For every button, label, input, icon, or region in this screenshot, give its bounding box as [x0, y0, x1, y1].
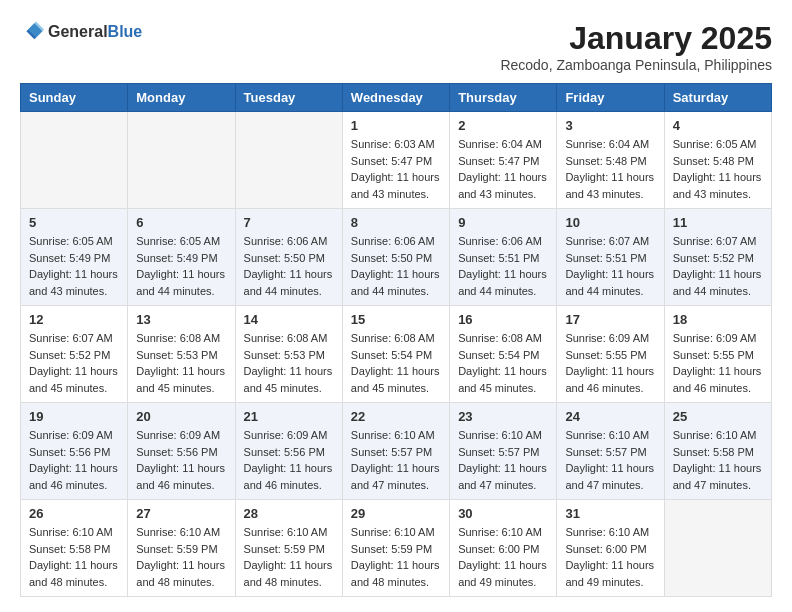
day-number: 21 — [244, 409, 334, 424]
calendar-header-saturday: Saturday — [664, 84, 771, 112]
calendar-cell: 14Sunrise: 6:08 AMSunset: 5:53 PMDayligh… — [235, 306, 342, 403]
calendar-cell: 6Sunrise: 6:05 AMSunset: 5:49 PMDaylight… — [128, 209, 235, 306]
day-number: 20 — [136, 409, 226, 424]
day-info: Sunrise: 6:04 AMSunset: 5:47 PMDaylight:… — [458, 136, 548, 202]
logo-icon — [20, 20, 44, 44]
day-info: Sunrise: 6:05 AMSunset: 5:49 PMDaylight:… — [136, 233, 226, 299]
day-number: 16 — [458, 312, 548, 327]
calendar-cell: 27Sunrise: 6:10 AMSunset: 5:59 PMDayligh… — [128, 500, 235, 597]
day-info: Sunrise: 6:08 AMSunset: 5:54 PMDaylight:… — [351, 330, 441, 396]
day-number: 29 — [351, 506, 441, 521]
day-number: 4 — [673, 118, 763, 133]
calendar-cell: 7Sunrise: 6:06 AMSunset: 5:50 PMDaylight… — [235, 209, 342, 306]
day-info: Sunrise: 6:07 AMSunset: 5:51 PMDaylight:… — [565, 233, 655, 299]
day-info: Sunrise: 6:10 AMSunset: 5:58 PMDaylight:… — [29, 524, 119, 590]
day-number: 30 — [458, 506, 548, 521]
logo-blue: Blue — [108, 23, 143, 40]
day-number: 25 — [673, 409, 763, 424]
title-area: January 2025 Recodo, Zamboanga Peninsula… — [500, 20, 772, 73]
day-info: Sunrise: 6:08 AMSunset: 5:54 PMDaylight:… — [458, 330, 548, 396]
day-number: 26 — [29, 506, 119, 521]
day-info: Sunrise: 6:10 AMSunset: 5:59 PMDaylight:… — [136, 524, 226, 590]
calendar-cell: 31Sunrise: 6:10 AMSunset: 6:00 PMDayligh… — [557, 500, 664, 597]
day-info: Sunrise: 6:09 AMSunset: 5:55 PMDaylight:… — [673, 330, 763, 396]
calendar-week-row: 1Sunrise: 6:03 AMSunset: 5:47 PMDaylight… — [21, 112, 772, 209]
day-info: Sunrise: 6:06 AMSunset: 5:50 PMDaylight:… — [244, 233, 334, 299]
calendar-cell: 4Sunrise: 6:05 AMSunset: 5:48 PMDaylight… — [664, 112, 771, 209]
calendar-cell: 17Sunrise: 6:09 AMSunset: 5:55 PMDayligh… — [557, 306, 664, 403]
calendar-cell: 15Sunrise: 6:08 AMSunset: 5:54 PMDayligh… — [342, 306, 449, 403]
day-number: 7 — [244, 215, 334, 230]
day-info: Sunrise: 6:08 AMSunset: 5:53 PMDaylight:… — [136, 330, 226, 396]
calendar-cell — [235, 112, 342, 209]
day-number: 17 — [565, 312, 655, 327]
day-number: 19 — [29, 409, 119, 424]
day-info: Sunrise: 6:05 AMSunset: 5:48 PMDaylight:… — [673, 136, 763, 202]
day-number: 12 — [29, 312, 119, 327]
calendar-cell: 12Sunrise: 6:07 AMSunset: 5:52 PMDayligh… — [21, 306, 128, 403]
calendar-cell: 22Sunrise: 6:10 AMSunset: 5:57 PMDayligh… — [342, 403, 449, 500]
calendar-cell: 10Sunrise: 6:07 AMSunset: 5:51 PMDayligh… — [557, 209, 664, 306]
calendar-week-row: 26Sunrise: 6:10 AMSunset: 5:58 PMDayligh… — [21, 500, 772, 597]
logo: GeneralBlue — [20, 20, 142, 44]
calendar-cell: 9Sunrise: 6:06 AMSunset: 5:51 PMDaylight… — [450, 209, 557, 306]
calendar-cell: 16Sunrise: 6:08 AMSunset: 5:54 PMDayligh… — [450, 306, 557, 403]
day-info: Sunrise: 6:10 AMSunset: 5:59 PMDaylight:… — [351, 524, 441, 590]
day-number: 5 — [29, 215, 119, 230]
day-number: 11 — [673, 215, 763, 230]
calendar-cell: 2Sunrise: 6:04 AMSunset: 5:47 PMDaylight… — [450, 112, 557, 209]
calendar-week-row: 12Sunrise: 6:07 AMSunset: 5:52 PMDayligh… — [21, 306, 772, 403]
day-number: 1 — [351, 118, 441, 133]
day-number: 2 — [458, 118, 548, 133]
calendar-cell: 20Sunrise: 6:09 AMSunset: 5:56 PMDayligh… — [128, 403, 235, 500]
day-number: 15 — [351, 312, 441, 327]
calendar-cell: 21Sunrise: 6:09 AMSunset: 5:56 PMDayligh… — [235, 403, 342, 500]
day-number: 9 — [458, 215, 548, 230]
calendar-cell: 13Sunrise: 6:08 AMSunset: 5:53 PMDayligh… — [128, 306, 235, 403]
calendar-cell — [21, 112, 128, 209]
calendar-table: SundayMondayTuesdayWednesdayThursdayFrid… — [20, 83, 772, 597]
calendar-cell: 29Sunrise: 6:10 AMSunset: 5:59 PMDayligh… — [342, 500, 449, 597]
calendar-cell: 1Sunrise: 6:03 AMSunset: 5:47 PMDaylight… — [342, 112, 449, 209]
calendar-header-tuesday: Tuesday — [235, 84, 342, 112]
calendar-cell: 8Sunrise: 6:06 AMSunset: 5:50 PMDaylight… — [342, 209, 449, 306]
day-number: 10 — [565, 215, 655, 230]
day-number: 18 — [673, 312, 763, 327]
page-subtitle: Recodo, Zamboanga Peninsula, Philippines — [500, 57, 772, 73]
calendar-cell — [664, 500, 771, 597]
day-info: Sunrise: 6:10 AMSunset: 5:57 PMDaylight:… — [458, 427, 548, 493]
calendar-cell: 23Sunrise: 6:10 AMSunset: 5:57 PMDayligh… — [450, 403, 557, 500]
day-number: 28 — [244, 506, 334, 521]
day-info: Sunrise: 6:09 AMSunset: 5:56 PMDaylight:… — [136, 427, 226, 493]
calendar-cell: 26Sunrise: 6:10 AMSunset: 5:58 PMDayligh… — [21, 500, 128, 597]
calendar-cell: 3Sunrise: 6:04 AMSunset: 5:48 PMDaylight… — [557, 112, 664, 209]
day-number: 13 — [136, 312, 226, 327]
day-info: Sunrise: 6:09 AMSunset: 5:56 PMDaylight:… — [244, 427, 334, 493]
day-number: 27 — [136, 506, 226, 521]
calendar-body: 1Sunrise: 6:03 AMSunset: 5:47 PMDaylight… — [21, 112, 772, 597]
day-info: Sunrise: 6:04 AMSunset: 5:48 PMDaylight:… — [565, 136, 655, 202]
day-info: Sunrise: 6:10 AMSunset: 5:58 PMDaylight:… — [673, 427, 763, 493]
day-info: Sunrise: 6:06 AMSunset: 5:51 PMDaylight:… — [458, 233, 548, 299]
day-info: Sunrise: 6:06 AMSunset: 5:50 PMDaylight:… — [351, 233, 441, 299]
day-info: Sunrise: 6:03 AMSunset: 5:47 PMDaylight:… — [351, 136, 441, 202]
day-info: Sunrise: 6:07 AMSunset: 5:52 PMDaylight:… — [673, 233, 763, 299]
calendar-header-row: SundayMondayTuesdayWednesdayThursdayFrid… — [21, 84, 772, 112]
day-number: 22 — [351, 409, 441, 424]
day-number: 14 — [244, 312, 334, 327]
calendar-cell: 30Sunrise: 6:10 AMSunset: 6:00 PMDayligh… — [450, 500, 557, 597]
day-info: Sunrise: 6:10 AMSunset: 5:59 PMDaylight:… — [244, 524, 334, 590]
day-info: Sunrise: 6:05 AMSunset: 5:49 PMDaylight:… — [29, 233, 119, 299]
calendar-cell: 11Sunrise: 6:07 AMSunset: 5:52 PMDayligh… — [664, 209, 771, 306]
calendar-week-row: 5Sunrise: 6:05 AMSunset: 5:49 PMDaylight… — [21, 209, 772, 306]
calendar-cell: 19Sunrise: 6:09 AMSunset: 5:56 PMDayligh… — [21, 403, 128, 500]
day-info: Sunrise: 6:09 AMSunset: 5:55 PMDaylight:… — [565, 330, 655, 396]
day-info: Sunrise: 6:10 AMSunset: 6:00 PMDaylight:… — [458, 524, 548, 590]
page-title: January 2025 — [500, 20, 772, 57]
calendar-header-sunday: Sunday — [21, 84, 128, 112]
logo-general: General — [48, 23, 108, 40]
calendar-cell — [128, 112, 235, 209]
page-header: GeneralBlue January 2025 Recodo, Zamboan… — [20, 20, 772, 73]
calendar-cell: 28Sunrise: 6:10 AMSunset: 5:59 PMDayligh… — [235, 500, 342, 597]
calendar-header-thursday: Thursday — [450, 84, 557, 112]
